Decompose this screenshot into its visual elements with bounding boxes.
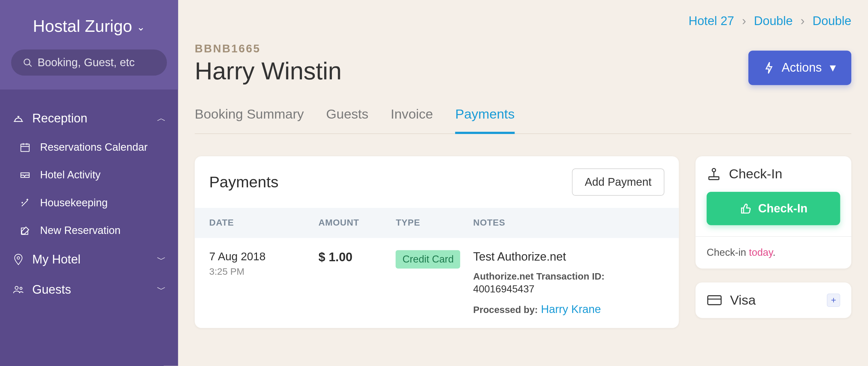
chevron-up-icon: ︿ — [157, 112, 166, 124]
nav-group-label: My Hotel — [32, 252, 81, 267]
payment-amount: $ 1.00 — [318, 250, 396, 316]
tab-booking-summary[interactable]: Booking Summary — [195, 102, 304, 134]
nav-item-new-reservation[interactable]: New Reservation — [0, 217, 178, 245]
nav-item-housekeeping[interactable]: Housekeeping — [0, 189, 178, 217]
wand-icon — [19, 197, 31, 208]
svg-line-1 — [29, 64, 32, 67]
svg-point-6 — [17, 257, 20, 259]
payments-card: Payments Add Payment DATE AMOUNT TYPE NO… — [195, 156, 679, 328]
breadcrumb: Hotel 27 › Double › Double — [195, 14, 851, 28]
nav-item-label: New Reservation — [40, 225, 121, 237]
hotel-name: Hostal Zurigo — [33, 17, 132, 35]
joystick-icon — [707, 167, 721, 181]
visa-card: Visa + — [695, 282, 851, 318]
thumbs-up-icon — [739, 203, 751, 214]
chevron-down-icon: ⌄ — [137, 22, 145, 33]
svg-point-7 — [15, 286, 18, 290]
col-type: TYPE — [396, 218, 473, 228]
chevron-down-icon: ﹀ — [157, 284, 166, 295]
checkin-button[interactable]: Check-In — [707, 192, 840, 225]
people-icon — [12, 285, 25, 295]
hotel-switcher[interactable]: Hostal Zurigo ⌄ — [11, 17, 167, 36]
processed-by-user[interactable]: Harry Krane — [541, 303, 601, 315]
crumb-sep: › — [742, 14, 746, 28]
bolt-icon — [764, 61, 774, 74]
search-input[interactable] — [38, 56, 156, 69]
nav-group-label: Reception — [32, 111, 87, 126]
compose-icon — [19, 225, 31, 236]
svg-point-8 — [20, 287, 22, 290]
nav-item-label: Reservations Calendar — [40, 141, 148, 153]
txn-label: Authorize.net Transaction ID: — [473, 271, 664, 282]
visa-title: Visa — [730, 292, 756, 308]
checkin-button-label: Check-In — [758, 202, 808, 215]
tab-invoice[interactable]: Invoice — [391, 102, 433, 134]
caret-down-icon: ▾ — [830, 61, 836, 75]
checkin-note: Check-in today. — [695, 236, 851, 268]
crumb-roomtype[interactable]: Double — [754, 14, 793, 28]
calendar-icon — [19, 142, 31, 153]
sidebar: Hostal Zurigo ⌄ Reception ︿ — [0, 0, 178, 366]
payment-date: 7 Aug 2018 — [209, 250, 319, 263]
page-title: Harry Winstin — [195, 57, 342, 85]
crumb-hotel[interactable]: Hotel 27 — [688, 14, 734, 28]
col-amount: AMOUNT — [318, 218, 396, 228]
nav-item-label: Housekeeping — [40, 197, 108, 209]
checkin-title: Check-In — [729, 166, 782, 181]
search-input-wrap[interactable] — [11, 49, 167, 75]
nav-item-label: Hotel Activity — [40, 169, 101, 181]
nav-item-reservations-calendar[interactable]: Reservations Calendar — [0, 133, 178, 161]
payments-table-header: DATE AMOUNT TYPE NOTES — [195, 208, 679, 238]
search-icon — [22, 58, 33, 67]
payments-title: Payments — [209, 173, 279, 191]
bell-icon — [12, 113, 25, 123]
add-payment-button[interactable]: Add Payment — [572, 168, 664, 196]
payment-note: Test Authorize.net — [473, 250, 664, 264]
col-date: DATE — [209, 218, 319, 228]
payment-time: 3:25 PM — [209, 266, 319, 278]
main-content: Hotel 27 › Double › Double BBNB1665 Harr… — [178, 0, 868, 366]
tab-guests[interactable]: Guests — [326, 102, 369, 134]
checkin-card: Check-In Check-In Check-in today. — [695, 156, 851, 268]
tabs: Booking Summary Guests Invoice Payments — [195, 102, 851, 134]
table-row: 7 Aug 2018 3:25 PM $ 1.00 Credit Card Te… — [195, 238, 679, 328]
svg-rect-12 — [708, 296, 721, 305]
card-icon — [707, 295, 722, 306]
chevron-down-icon: ﹀ — [157, 254, 166, 265]
svg-point-9 — [712, 168, 716, 172]
svg-rect-11 — [709, 177, 719, 179]
actions-button[interactable]: Actions ▾ — [748, 51, 851, 85]
checkin-today: today — [749, 247, 773, 258]
add-card-button[interactable]: + — [827, 294, 840, 307]
processed-by-label: Processed by: — [473, 305, 538, 315]
nav-group-reception[interactable]: Reception ︿ — [0, 103, 178, 133]
nav-item-hotel-activity[interactable]: Hotel Activity — [0, 161, 178, 189]
actions-label: Actions — [782, 61, 822, 75]
svg-rect-2 — [21, 144, 29, 151]
pin-icon — [12, 254, 25, 266]
inbox-icon — [19, 171, 31, 179]
payment-type-badge: Credit Card — [396, 250, 461, 269]
txn-id: 40016945437 — [473, 284, 664, 295]
nav-group-myhotel[interactable]: My Hotel ﹀ — [0, 244, 178, 274]
col-notes: NOTES — [473, 218, 664, 228]
booking-code: BBNB1665 — [195, 42, 342, 55]
crumb-room[interactable]: Double — [812, 14, 851, 28]
svg-point-0 — [24, 59, 30, 65]
nav-group-guests[interactable]: Guests ﹀ — [0, 275, 178, 305]
nav-group-label: Guests — [32, 282, 71, 297]
crumb-sep: › — [801, 14, 805, 28]
tab-payments[interactable]: Payments — [455, 102, 515, 134]
